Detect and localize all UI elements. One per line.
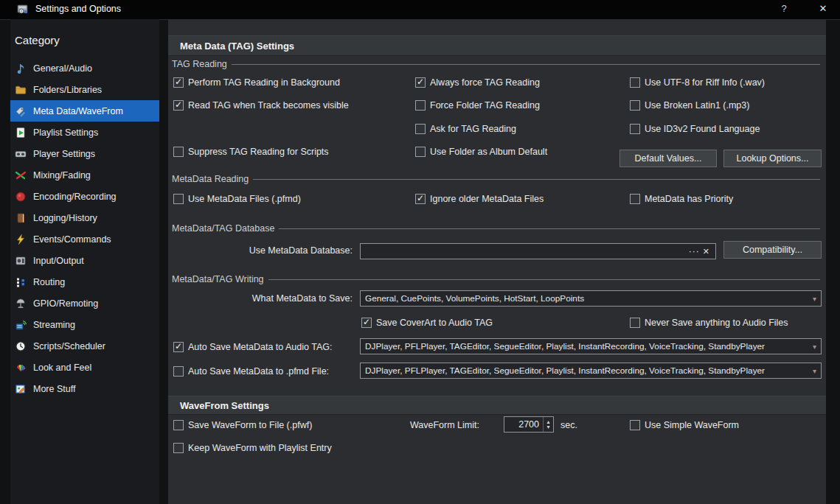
checkbox-label: Save CoverArt to Audio TAG (376, 318, 493, 328)
checkbox-broken-latin1[interactable]: Use Broken Latin1 (.mp3) (630, 99, 749, 111)
picture-edit-icon (15, 383, 27, 395)
clear-x-icon[interactable]: ✕ (703, 247, 709, 256)
chevron-down-icon[interactable]: ▾ (813, 343, 816, 351)
checkbox[interactable] (415, 124, 426, 134)
checkbox[interactable] (173, 342, 184, 352)
checkbox[interactable] (173, 147, 184, 157)
checkbox-save-coverart[interactable]: Save CoverArt to Audio TAG (361, 317, 493, 329)
sidebar-item-playlist-settings[interactable]: Playlist Settings (10, 122, 159, 143)
checkbox[interactable] (630, 194, 640, 204)
auto-save-audio-tag-dropdown[interactable]: DJPlayer, PFLPlayer, TAGEditor, SegueEdi… (360, 338, 822, 354)
checkbox-always-force-tag-reading[interactable]: Always force TAG Reading (415, 77, 540, 88)
group-divider (268, 279, 820, 280)
metadata-database-input[interactable]: ··· ✕ (360, 243, 716, 259)
spin-down-icon[interactable]: ▾ (546, 424, 549, 430)
checkbox-metadata-has-priority[interactable]: MetaData has Priority (630, 193, 733, 205)
checkbox[interactable] (173, 443, 184, 453)
group-divider (279, 228, 820, 229)
checkbox-perform-tag-reading-background[interactable]: Perform TAG Reading in Background (173, 77, 340, 88)
checkbox-ask-for-tag-reading[interactable]: Ask for TAG Reading (415, 123, 516, 135)
what-metadata-dropdown[interactable]: General, CuePoints, VolumePoints, HotSta… (360, 290, 822, 307)
checkbox[interactable] (630, 318, 640, 328)
sidebar-item-more-stuff[interactable]: More Stuff (10, 378, 159, 399)
checkbox[interactable] (173, 77, 184, 88)
checkbox-suppress-tag-reading-scripts[interactable]: Suppress TAG Reading for Scripts (173, 146, 329, 158)
checkbox-use-folder-album-default[interactable]: Use Folder as Album Default (415, 146, 547, 158)
compatibility-button[interactable]: Compatibility... (723, 241, 822, 259)
sidebar-item-folders-libraries[interactable]: Folders/Libraries (10, 79, 159, 100)
sidebar-item-look-and-feel[interactable]: Look and Feel (10, 357, 159, 378)
tag-edit-icon (15, 105, 27, 117)
checkbox-label: Use Simple WaveForm (645, 420, 739, 430)
checkbox-label: Never Save anything to Audio Files (645, 318, 788, 328)
checkbox-auto-save-pfmd[interactable]: Auto Save MetaData to .pfmd File: (173, 365, 329, 377)
sidebar-item-mixing-fading[interactable]: Mixing/Fading (10, 164, 159, 186)
sidebar-item-label: Scripts/Scheduler (33, 341, 105, 351)
music-note-icon (15, 63, 27, 74)
settings-panel: Meta Data (TAG) Settings TAG Reading Per… (168, 19, 826, 504)
checkbox-auto-save-audio-tag[interactable]: Auto Save MetaData to Audio TAG: (173, 341, 332, 353)
log-book-icon (15, 212, 27, 224)
sidebar-item-scripts-scheduler[interactable]: Scripts/Scheduler (10, 335, 159, 357)
checkbox[interactable] (415, 100, 426, 111)
checkbox-never-save-audio-files[interactable]: Never Save anything to Audio Files (630, 317, 788, 329)
chevron-down-icon[interactable]: ▾ (813, 295, 816, 303)
chevron-down-icon[interactable]: ▾ (813, 367, 816, 375)
checkbox-save-waveform-file[interactable]: Save WaveForm to File (.pfwf) (173, 419, 312, 431)
checkbox[interactable] (173, 420, 184, 430)
sidebar-item-logging-history[interactable]: Logging/History (10, 207, 159, 228)
checkbox-utf8-riff-info[interactable]: Use UTF-8 for Riff Info (.wav) (630, 77, 765, 88)
sidebar-item-label: Player Settings (33, 149, 95, 159)
checkbox[interactable] (173, 194, 184, 204)
sidebar-list: General/Audio Folders/Libraries Meta Dat… (10, 57, 159, 399)
checkbox[interactable] (630, 77, 640, 88)
default-values-button[interactable]: Default Values... (619, 150, 717, 167)
checkbox[interactable] (415, 194, 426, 204)
checkbox-label: Ignore older MetaData Files (430, 194, 544, 204)
checkbox[interactable] (173, 366, 184, 377)
checkbox-label: Auto Save MetaData to .pfmd File: (188, 366, 329, 377)
checkbox[interactable] (361, 318, 372, 328)
checkbox-read-tag-track-visible[interactable]: Read TAG when Track becomes visible (173, 99, 349, 111)
group-header-tag-reading: TAG Reading (172, 58, 820, 70)
sidebar-item-streaming[interactable]: Streaming (10, 314, 159, 335)
checkbox[interactable] (415, 77, 426, 88)
sidebar-item-label: Routing (33, 277, 65, 287)
group-title: TAG Reading (172, 59, 227, 69)
waveform-limit-label: WaveForm Limit: (389, 420, 479, 430)
checkbox[interactable] (415, 147, 426, 157)
close-icon[interactable]: ✕ (816, 3, 830, 14)
sidebar-item-input-output[interactable]: Input/Output (10, 250, 159, 271)
titlebar[interactable]: Settings and Options ? ✕ (0, 0, 840, 20)
sidebar-item-events-commands[interactable]: Events/Commands (10, 228, 159, 250)
sidebar-item-routing[interactable]: Routing (10, 271, 159, 293)
checkbox-use-simple-waveform[interactable]: Use Simple WaveForm (630, 419, 739, 431)
playlist-icon (15, 127, 27, 139)
checkbox[interactable] (173, 100, 184, 111)
checkbox[interactable] (630, 124, 640, 134)
checkbox-id3v2-found-language[interactable]: Use ID3v2 Found Language (630, 123, 760, 135)
sidebar-item-metadata-wavefrom[interactable]: Meta Data/WaveFrom (10, 100, 159, 122)
sidebar-item-player-settings[interactable]: Player Settings (10, 143, 159, 164)
clock-icon (15, 340, 27, 352)
help-button[interactable]: ? (777, 3, 791, 14)
sidebar-item-encoding-recording[interactable]: Encoding/Recording (10, 186, 159, 207)
spinner-value[interactable]: 2700 (504, 417, 543, 432)
sidebar-item-gpio-remoting[interactable]: GPIO/Remoting (10, 293, 159, 314)
checkbox-force-folder-tag-reading[interactable]: Force Folder TAG Reading (415, 99, 540, 111)
dropdown-value: DJPlayer, PFLPlayer, TAGEditor, SegueEdi… (365, 365, 808, 376)
checkbox-keep-waveform-playlist[interactable]: Keep WaveForm with Playlist Entry (173, 442, 332, 454)
checkbox[interactable] (630, 100, 640, 111)
checkbox-label: Use MetaData Files (.pfmd) (188, 194, 301, 204)
waveform-limit-spinner[interactable]: 2700 ▴▾ (504, 416, 554, 433)
checkbox[interactable] (630, 420, 640, 430)
auto-save-pfmd-dropdown[interactable]: DJPlayer, PFLPlayer, TAGEditor, SegueEdi… (360, 363, 822, 379)
sidebar-item-general-audio[interactable]: General/Audio (10, 57, 159, 79)
app-icon (16, 3, 29, 16)
checkbox-ignore-older-metadata[interactable]: Ignore older MetaData Files (415, 193, 544, 205)
checkbox-label: Always force TAG Reading (430, 77, 540, 88)
lookup-options-button[interactable]: Lookup Options... (723, 150, 822, 167)
browse-ellipsis-icon[interactable]: ··· (689, 246, 700, 256)
checkbox-use-metadata-files[interactable]: Use MetaData Files (.pfmd) (173, 193, 301, 205)
sidebar-item-label: Encoding/Recording (33, 192, 117, 202)
